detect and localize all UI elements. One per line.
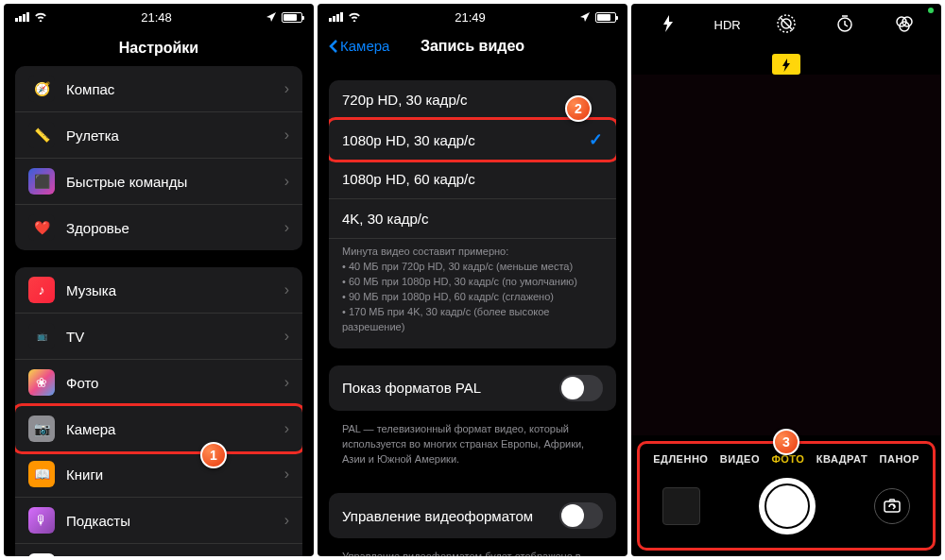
row-shortcuts[interactable]: ⬛Быстрые команды› [15,159,302,205]
chevron-icon: › [284,80,289,97]
settings-screen: 21:48 Настройки 🧭Компас› 📏Рулетка› ⬛Быст… [4,4,314,556]
checkmark-icon: ✓ [589,129,603,150]
wifi-icon [34,12,47,22]
battery-icon [595,12,616,23]
signal-icon [329,12,343,22]
location-icon [266,11,277,23]
vidformat-group: Управление видеоформатом [329,493,616,538]
last-photo-thumbnail[interactable] [662,487,700,525]
toggle-pal[interactable] [559,375,603,401]
compass-icon: 🧭 [28,76,55,102]
statusbar: 21:49 [318,4,627,30]
chevron-icon: › [284,374,289,391]
row-camera[interactable]: 📷Камера› 1 [15,403,302,454]
row-music[interactable]: ♪Музыка› [15,267,302,314]
filters-button[interactable] [875,13,934,37]
battery-icon [282,12,302,23]
chevron-icon: › [284,219,289,236]
row-compass[interactable]: 🧭Компас› [15,66,302,112]
health-icon: ❤️ [28,214,55,241]
row-pal[interactable]: Показ форматов PAL [329,365,616,411]
wifi-icon [348,12,361,22]
shutter-button[interactable] [759,478,816,535]
chevron-icon: › [284,281,289,298]
step-badge-2: 2 [565,95,592,122]
flash-button[interactable] [639,15,697,35]
camera-icon: 📷 [28,416,55,442]
option-1080p-30[interactable]: 1080p HD, 30 кадр/с✓ [329,117,616,162]
page-title: Настройки [4,30,314,66]
podcasts-icon: 🎙 [28,507,55,534]
camera-active-indicator [928,8,934,13]
switch-camera-button[interactable] [874,488,910,524]
books-icon: 📖 [28,461,55,487]
chevron-icon: › [284,173,289,190]
photo-icon: ❀ [28,369,55,396]
navbar: Камера Запись видео [318,30,627,61]
timer-button[interactable] [816,14,874,36]
page-title: Запись видео [421,38,524,55]
row-ruler[interactable]: 📏Рулетка› [15,112,302,159]
footer-vidformat: Управление видеоформатом будет отображен… [329,544,616,556]
viewfinder[interactable] [631,75,941,435]
toggle-vidformat[interactable] [559,502,603,529]
live-photo-button[interactable] [757,13,816,37]
row-health[interactable]: ❤️Здоровье› [15,205,302,250]
footer-sizes: Минута видео составит примерно: • 40 МБ … [329,239,616,348]
camera-screen: HDR 3 ЕДЛЕННО ВИДЕО ФОТО КВАДРАТ ПАНОР [631,4,941,556]
shortcuts-icon: ⬛ [28,168,55,195]
settings-group-2: ♪Музыка› 📺TV› ❀Фото› 📷Камера› 1 📖Книги› … [15,267,302,556]
row-podcasts[interactable]: 🎙Подкасты› [15,498,302,544]
settings-group-1: 🧭Компас› 📏Рулетка› ⬛Быстрые команды› ❤️З… [15,66,302,250]
statusbar: 21:48 [4,4,314,30]
mode-square[interactable]: КВАДРАТ [816,453,868,465]
chevron-icon: › [284,420,289,437]
option-1080p-60[interactable]: 1080p HD, 60 кадр/с [329,160,616,199]
row-gamecenter[interactable]: 🎮Game Center› [15,544,302,556]
tv-icon: 📺 [28,323,55,349]
video-res-group: 720p HD, 30 кадр/с 2 1080p HD, 30 кадр/с… [329,80,616,348]
music-icon: ♪ [28,277,55,303]
video-settings-screen: 21:49 Камера Запись видео 720p HD, 30 ка… [318,4,627,556]
chevron-icon: › [284,328,289,345]
chevron-icon: › [284,512,289,529]
mode-video[interactable]: ВИДЕО [720,453,760,465]
row-tv[interactable]: 📺TV› [15,314,302,360]
time: 21:49 [455,10,486,25]
signal-icon [15,12,29,22]
pal-group: Показ форматов PAL [329,365,616,411]
back-button[interactable]: Камера [329,38,389,54]
flash-badge [772,54,800,75]
svg-rect-7 [885,501,900,512]
row-photo[interactable]: ❀Фото› [15,360,302,406]
option-720p[interactable]: 720p HD, 30 кадр/с 2 [329,80,616,120]
time: 21:48 [141,10,172,25]
camera-topbar: HDR [631,4,941,46]
gamecenter-icon: 🎮 [28,553,55,556]
location-icon [579,11,591,23]
mode-pano[interactable]: ПАНОР [880,453,919,465]
row-vidformat[interactable]: Управление видеоформатом [329,493,616,538]
hdr-button[interactable]: HDR [697,18,756,32]
row-books[interactable]: 📖Книги› [15,451,302,498]
chevron-icon: › [284,127,289,144]
option-4k[interactable]: 4K, 30 кадр/с [329,199,616,239]
ruler-icon: 📏 [28,122,55,148]
chevron-icon: › [284,466,289,483]
footer-pal: PAL — телевизионный формат видео, которы… [329,416,616,481]
step-badge-3: 3 [773,429,799,455]
mode-slowmo[interactable]: ЕДЛЕННО [653,453,708,465]
camera-controls-region: 3 ЕДЛЕННО ВИДЕО ФОТО КВАДРАТ ПАНОР [637,441,936,551]
step-badge-1: 1 [200,442,227,468]
